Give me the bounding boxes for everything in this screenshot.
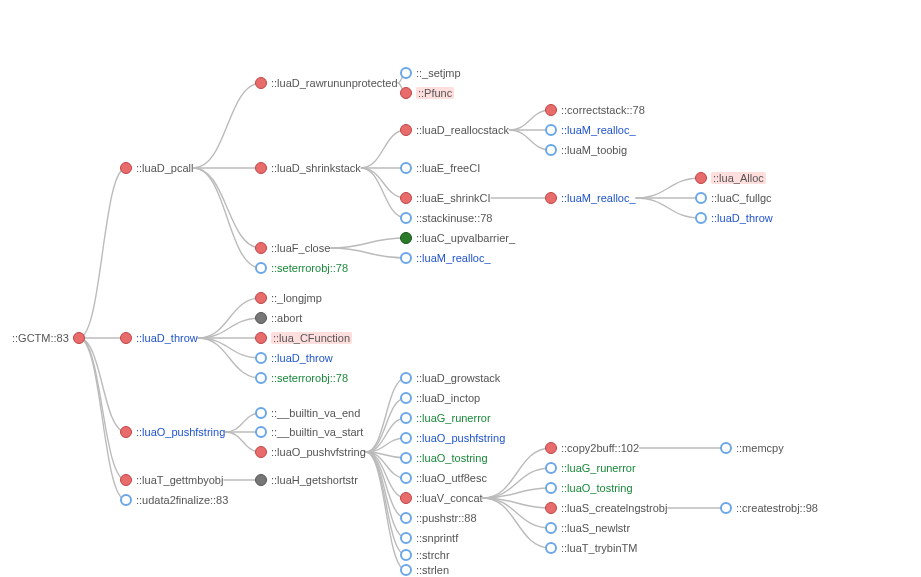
node-seterrorobj-1[interactable]: ::seterrorobj::78 — [255, 262, 348, 274]
node-label: ::luaE_freeCI — [416, 162, 480, 174]
edge-layer — [0, 0, 921, 577]
node-label: ::luaG_runerror — [416, 412, 491, 424]
node-strlen[interactable]: ::strlen — [400, 564, 449, 576]
node-label: ::luaG_runerror — [561, 462, 636, 474]
node-luaO_pushfstring-rec[interactable]: ::luaO_pushfstring — [400, 432, 505, 444]
node-label: ::luaD_inctop — [416, 392, 480, 404]
node-luaM_realloc-a[interactable]: ::luaM_realloc_ — [400, 252, 491, 264]
node-luaD_reallocstack[interactable]: ::luaD_reallocstack — [400, 124, 509, 136]
node-dot — [400, 432, 412, 444]
node-builtin_va_start[interactable]: ::__builtin_va_start — [255, 426, 363, 438]
node-dot — [545, 522, 557, 534]
node-lua_CFunction[interactable]: ::lua_CFunction — [255, 332, 352, 344]
node-label: ::luaD_throw — [136, 332, 198, 344]
node-luaC_fullgc[interactable]: ::luaC_fullgc — [695, 192, 772, 204]
node-pushstr[interactable]: ::pushstr::88 — [400, 512, 477, 524]
node-stackinuse[interactable]: ::stackinuse::78 — [400, 212, 492, 224]
node-luaH_getshortstr[interactable]: ::luaH_getshortstr — [255, 474, 358, 486]
node-label: ::luaD_throw — [271, 352, 333, 364]
node-dot — [695, 212, 707, 224]
node-luaT_trybinTM[interactable]: ::luaT_trybinTM — [545, 542, 637, 554]
node-strchr[interactable]: ::strchr — [400, 549, 450, 561]
node-luaG_runerror-a[interactable]: ::luaG_runerror — [400, 412, 491, 424]
node-label: ::luaS_createlngstrobj — [561, 502, 667, 514]
node-dot — [545, 192, 557, 204]
node-dot — [400, 549, 412, 561]
node-luaT_gettmbyobj[interactable]: ::luaT_gettmbyobj — [120, 474, 223, 486]
node-label: ::luaC_upvalbarrier_ — [416, 232, 515, 244]
node-dot — [400, 124, 412, 136]
node-dot — [400, 512, 412, 524]
node-luaD_growstack[interactable]: ::luaD_growstack — [400, 372, 500, 384]
node-luaD_rawrununprotected[interactable]: ::luaD_rawrununprotected — [255, 77, 398, 89]
node-label: ::luaC_fullgc — [711, 192, 772, 204]
node-dot — [255, 426, 267, 438]
node-luaD_throw-rec[interactable]: ::luaD_throw — [255, 352, 333, 364]
node-copy2buff[interactable]: ::copy2buff::102 — [545, 442, 639, 454]
node-luaC_upvalbarrier[interactable]: ::luaC_upvalbarrier_ — [400, 232, 515, 244]
node-root[interactable]: ::GCTM::83 — [8, 332, 85, 344]
node-dot — [255, 242, 267, 254]
node-label: ::luaO_pushvfstring — [271, 446, 366, 458]
node-udata2finalize[interactable]: ::udata2finalize::83 — [120, 494, 228, 506]
node-label: ::luaF_close — [271, 242, 330, 254]
node-label: ::strchr — [416, 549, 450, 561]
node-luaO_utf8esc[interactable]: ::luaO_utf8esc — [400, 472, 487, 484]
node-luaV_concat[interactable]: ::luaV_concat — [400, 492, 483, 504]
node-luaO_pushvfstring[interactable]: ::luaO_pushvfstring — [255, 446, 366, 458]
node-dot — [720, 442, 732, 454]
node-builtin_va_end[interactable]: ::__builtin_va_end — [255, 407, 360, 419]
node-luaF_close[interactable]: ::luaF_close — [255, 242, 330, 254]
node-dot — [545, 462, 557, 474]
node-luaO_pushfstring[interactable]: ::luaO_pushfstring — [120, 426, 225, 438]
node-dot — [545, 542, 557, 554]
node-Pfunc[interactable]: ::Pfunc — [400, 87, 454, 99]
node-abort[interactable]: ::abort — [255, 312, 302, 324]
node-label: ::GCTM::83 — [12, 332, 69, 344]
node-label: ::luaM_realloc_ — [561, 192, 636, 204]
node-luaD_pcall[interactable]: ::luaD_pcall — [120, 162, 193, 174]
node-dot — [545, 124, 557, 136]
node-seterrorobj-2[interactable]: ::seterrorobj::78 — [255, 372, 348, 384]
node-luaD_throw[interactable]: ::luaD_throw — [120, 332, 198, 344]
node-luaG_runerror-b[interactable]: ::luaG_runerror — [545, 462, 636, 474]
node-dot — [400, 87, 412, 99]
node-dot — [400, 564, 412, 576]
node-lua_Alloc[interactable]: ::lua_Alloc — [695, 172, 766, 184]
node-luaO_tostring-a[interactable]: ::luaO_tostring — [400, 452, 488, 464]
node-luaO_tostring-b[interactable]: ::luaO_tostring — [545, 482, 633, 494]
node-luaM_realloc-b[interactable]: ::luaM_realloc_ — [545, 124, 636, 136]
node-memcpy[interactable]: ::memcpy — [720, 442, 784, 454]
node-dot — [255, 332, 267, 344]
node-luaE_shrinkCI[interactable]: ::luaE_shrinkCI — [400, 192, 491, 204]
node-correctstack[interactable]: ::correctstack::78 — [545, 104, 645, 116]
node-luaE_freeCI[interactable]: ::luaE_freeCI — [400, 162, 480, 174]
node-dot — [695, 172, 707, 184]
node-label: ::luaM_realloc_ — [416, 252, 491, 264]
node-luaD_inctop[interactable]: ::luaD_inctop — [400, 392, 480, 404]
node-label: ::seterrorobj::78 — [271, 372, 348, 384]
node-dot — [255, 162, 267, 174]
node-label: ::udata2finalize::83 — [136, 494, 228, 506]
node-dot — [120, 426, 132, 438]
node-longjmp[interactable]: ::_longjmp — [255, 292, 322, 304]
node-dot — [400, 162, 412, 174]
node-snprintf[interactable]: ::snprintf — [400, 532, 458, 544]
node-dot — [400, 452, 412, 464]
node-dot — [545, 104, 557, 116]
node-luaM_realloc-c[interactable]: ::luaM_realloc_ — [545, 192, 636, 204]
node-luaS_createlngstrobj[interactable]: ::luaS_createlngstrobj — [545, 502, 667, 514]
node-luaS_newlstr[interactable]: ::luaS_newlstr — [545, 522, 630, 534]
node-dot — [400, 232, 412, 244]
node-label: ::luaO_utf8esc — [416, 472, 487, 484]
node-label: ::luaV_concat — [416, 492, 483, 504]
node-luaD_throw-e[interactable]: ::luaD_throw — [695, 212, 773, 224]
node-setjmp[interactable]: ::_setjmp — [400, 67, 461, 79]
node-dot — [73, 332, 85, 344]
node-dot — [400, 192, 412, 204]
node-luaD_shrinkstack[interactable]: ::luaD_shrinkstack — [255, 162, 361, 174]
node-dot — [255, 352, 267, 364]
node-dot — [400, 412, 412, 424]
node-luaM_toobig[interactable]: ::luaM_toobig — [545, 144, 627, 156]
node-createstrobj[interactable]: ::createstrobj::98 — [720, 502, 818, 514]
